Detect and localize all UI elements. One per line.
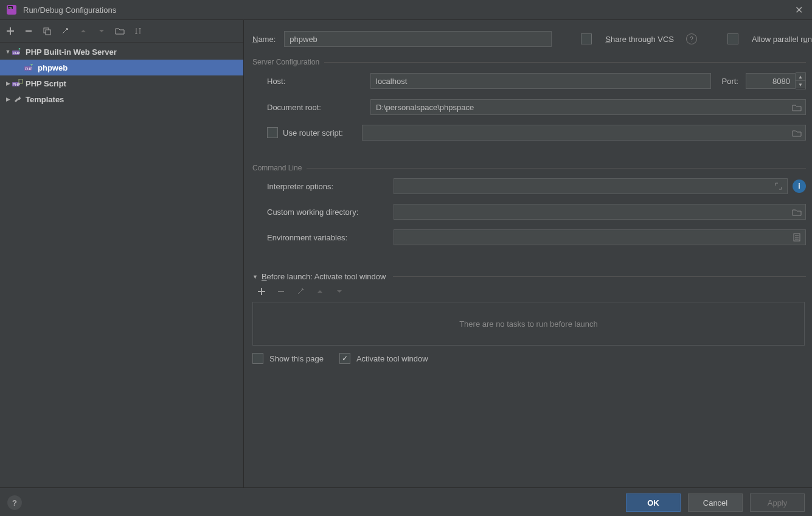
env-input[interactable] (394, 229, 806, 245)
port-input[interactable] (746, 73, 796, 89)
tree-item-templates[interactable]: ▶ Templates (0, 91, 243, 107)
docroot-label: Document root: (252, 103, 370, 112)
php-server-icon: PHP (12, 47, 23, 57)
cwd-label: Custom working directory: (252, 207, 394, 217)
activate-tool-checkbox[interactable] (339, 353, 350, 364)
interp-input[interactable] (394, 178, 788, 194)
tree-item-php-builtin[interactable]: ▼ PHP PHP Built-in Web Server (0, 44, 243, 60)
browse-folder-icon[interactable] (791, 127, 802, 138)
tree-arrow-icon: ▶ (4, 80, 12, 86)
remove-config-icon[interactable] (22, 24, 35, 38)
tree-arrow-icon: ▶ (4, 96, 12, 102)
window-title: Run/Debug Configurations (23, 5, 791, 15)
before-launch-empty-text: There are no tasks to run before launch (459, 319, 598, 329)
port-down-icon[interactable]: ▼ (796, 80, 805, 88)
before-launch-title: Before launch: Activate tool window (262, 272, 386, 281)
svg-rect-4 (46, 30, 50, 35)
config-tree: ▼ PHP PHP Built-in Web Server PHP phpweb… (0, 43, 243, 487)
info-icon[interactable]: i (793, 180, 806, 193)
apply-button: Apply (750, 493, 805, 512)
sort-icon[interactable] (131, 24, 145, 38)
titlebar: PS Run/Debug Configurations ✕ (0, 0, 812, 20)
port-label: Port: (722, 77, 738, 86)
tree-item-phpweb[interactable]: PHP phpweb (0, 60, 243, 75)
help-button[interactable]: ? (7, 495, 22, 510)
allow-parallel-label: Allow parallel run (752, 35, 812, 44)
before-launch-section: ▼ Before launch: Activate tool window Th… (252, 268, 806, 364)
command-line-title: Command Line (252, 164, 302, 172)
command-line-section: Command Line Interpreter options: i Cust… (252, 164, 806, 255)
cwd-input[interactable] (394, 204, 806, 220)
env-label: Environment variables: (252, 233, 394, 242)
port-up-icon[interactable]: ▲ (796, 73, 805, 80)
tree-label: PHP Script (26, 79, 66, 88)
svg-text:PHP: PHP (25, 67, 32, 71)
sidebar-toolbar (0, 20, 243, 43)
bl-up-icon[interactable] (313, 285, 327, 298)
tree-arrow-icon: ▼ (4, 49, 12, 55)
allow-parallel-checkbox[interactable] (727, 33, 738, 44)
php-script-icon: PHP (12, 78, 23, 88)
name-label: Name: (252, 35, 276, 44)
browse-folder-icon[interactable] (791, 206, 802, 217)
name-input[interactable] (284, 31, 552, 47)
svg-text:PS: PS (9, 7, 12, 10)
share-vcs-checkbox[interactable] (581, 33, 592, 44)
share-vcs-label: Share through VCS (605, 35, 674, 44)
close-icon[interactable]: ✕ (791, 4, 806, 16)
show-page-checkbox[interactable] (252, 353, 263, 364)
move-up-icon[interactable] (77, 24, 90, 38)
bl-edit-icon[interactable] (294, 285, 307, 298)
settings-icon[interactable] (58, 24, 72, 38)
tree-label: Templates (26, 95, 64, 104)
port-spinner[interactable]: ▲▼ (746, 72, 806, 89)
bl-remove-icon[interactable] (274, 285, 288, 298)
tree-label: phpweb (38, 63, 68, 72)
app-icon: PS (6, 4, 17, 15)
before-launch-empty: There are no tasks to run before launch (252, 302, 805, 346)
router-label: Use router script: (283, 128, 362, 138)
expand-icon[interactable] (773, 181, 784, 192)
interp-label: Interpreter options: (252, 182, 394, 191)
before-launch-toolbar (252, 281, 806, 302)
svg-text:PHP: PHP (13, 51, 20, 55)
server-config-section: Server Configuration Host: Port: ▲▼ Docu… (252, 58, 806, 150)
bl-add-icon[interactable] (255, 285, 268, 298)
tree-label: PHP Built-in Web Server (26, 47, 117, 57)
wrench-icon (12, 94, 23, 104)
server-config-title: Server Configuration (252, 58, 319, 66)
ok-button[interactable]: OK (626, 493, 681, 512)
sidebar: ▼ PHP PHP Built-in Web Server PHP phpweb… (0, 20, 244, 487)
collapse-arrow-icon[interactable]: ▼ (252, 274, 258, 280)
docroot-input[interactable] (370, 99, 806, 115)
main-panel: Name: Share through VCS ? Allow parallel… (244, 20, 812, 487)
cancel-button[interactable]: Cancel (688, 493, 743, 512)
router-input[interactable] (362, 125, 806, 141)
list-edit-icon[interactable] (791, 232, 802, 243)
tree-item-php-script[interactable]: ▶ PHP PHP Script (0, 75, 243, 91)
browse-folder-icon[interactable] (791, 102, 802, 113)
show-page-label: Show this page (269, 354, 324, 363)
router-checkbox[interactable] (267, 127, 278, 138)
move-down-icon[interactable] (95, 24, 108, 38)
help-vcs-icon[interactable]: ? (686, 33, 697, 44)
host-input[interactable] (370, 73, 711, 89)
copy-config-icon[interactable] (40, 24, 54, 38)
php-server-icon: PHP (24, 63, 35, 72)
add-config-icon[interactable] (4, 24, 17, 38)
bl-down-icon[interactable] (333, 285, 346, 298)
activate-tool-label: Activate tool window (356, 354, 428, 363)
folder-icon[interactable] (113, 24, 127, 38)
host-label: Host: (252, 77, 370, 86)
dialog-footer: ? OK Cancel Apply (0, 487, 812, 516)
